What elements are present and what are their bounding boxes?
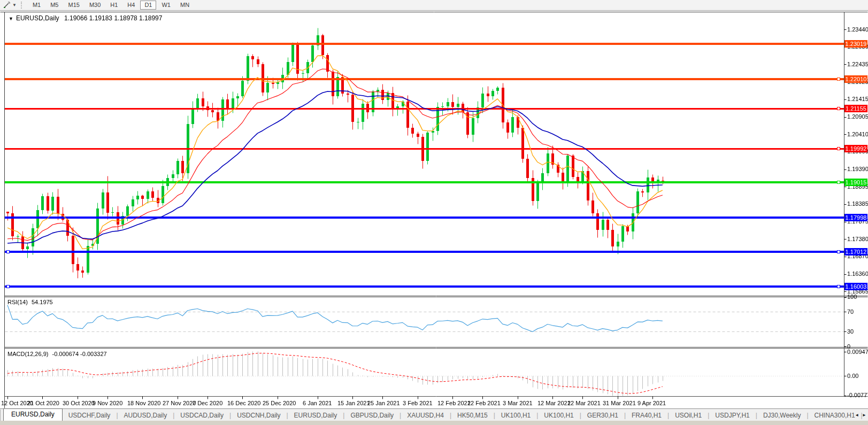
macd-name: MACD(12,26,9) [7, 351, 48, 357]
time-axis-label: 7 Dec 2020 [193, 400, 222, 406]
window-bottom-edge [0, 421, 868, 425]
timeframe-button-m5[interactable]: M5 [46, 1, 63, 10]
price-line-badge[interactable]: 1.19015 [844, 179, 867, 186]
chart-tab-eurusd-daily[interactable]: EURUSD,Daily [288, 409, 343, 421]
timeframe-button-m1[interactable]: M1 [28, 1, 45, 10]
timeframe-button-m15[interactable]: M15 [64, 1, 83, 10]
chart-tab-hk50-m15[interactable]: HK50,M15 [451, 409, 494, 421]
time-axis-label: 22 Feb 2021 [467, 400, 501, 406]
rsi-scale-label: 100 [847, 293, 857, 300]
rsi-scale-label: 70 [847, 308, 854, 315]
time-axis-label: 3 Mar 2021 [503, 400, 533, 406]
price-tick-label: 1.17380 [847, 236, 868, 242]
timeframe-button-m30[interactable]: M30 [85, 1, 105, 10]
price-line-badge[interactable]: 1.23019 [844, 40, 867, 48]
time-axis-label: 21 Oct 2020 [27, 400, 59, 406]
symbol-dropdown-icon[interactable]: ▼ [9, 16, 13, 21]
rsi-scale-label: 30 [847, 328, 854, 335]
crosshair-pencil-icon [3, 2, 11, 9]
toolbar-grip [21, 2, 24, 9]
chart-tab-bar: EURUSD,DailyUSDCHF,Daily|AUDUSD,Daily|US… [0, 408, 868, 421]
chevron-down-icon[interactable]: ▼ [12, 3, 17, 7]
price-line-badge[interactable]: 1.22010 [844, 75, 867, 83]
rsi-value: 54.1975 [32, 299, 53, 305]
chart-tab-china300-h1[interactable]: CHINA300,H1 [809, 409, 861, 421]
chart-title: ▼EURUSD,Daily 1.19066 1.19183 1.18978 1.… [9, 14, 162, 22]
chart-tab-gbpusd-daily[interactable]: GBPUSD,Daily [344, 409, 400, 421]
macd-scale-label: -0.007778 [847, 392, 868, 398]
tab-scroll-left-icon[interactable]: ◄ [855, 413, 859, 418]
time-axis-label: 15 Jan 2021 [337, 400, 370, 406]
timeframe-button-h4[interactable]: H4 [123, 1, 139, 10]
chart-cursor-tool-button[interactable]: ▼ [2, 1, 18, 9]
time-axis-label: 27 Nov 2020 [163, 400, 196, 406]
time-axis-label: 9 Apr 2021 [637, 400, 666, 406]
time-axis-label: 12 Mar 2021 [537, 400, 571, 406]
timeframe-button-h1[interactable]: H1 [106, 1, 122, 10]
price-tick-label: 1.22435 [847, 61, 868, 67]
time-axis-label: 12 Feb 2021 [437, 400, 471, 406]
tab-items: EURUSD,DailyUSDCHF,Daily|AUDUSD,Daily|US… [1, 409, 868, 421]
macd-scale-label: 0.00 [847, 373, 858, 379]
time-axis-label: 3 Feb 2021 [403, 400, 433, 406]
price-tick-label: 1.19390 [847, 166, 868, 172]
time-axis-label: 25 Jan 2021 [367, 400, 400, 406]
time-axis-label: 22 Mar 2021 [567, 400, 601, 406]
chart-tab-audusd-daily[interactable]: AUDUSD,Daily [118, 409, 173, 421]
price-chart-canvas[interactable] [0, 0, 868, 425]
price-line-badge[interactable]: 1.16003 [844, 283, 867, 290]
chart-tab-dj30-weekly[interactable]: DJ30,Weekly [757, 409, 806, 421]
chart-symbol-label: EURUSD,Daily [16, 14, 59, 22]
chart-ohlc-values: 1.19066 1.19183 1.18978 1.18997 [64, 14, 163, 22]
price-line-badge[interactable]: 1.17998 [844, 214, 867, 221]
macd-indicator-label: MACD(12,26,9) -0.000674 -0.003327 [7, 351, 107, 357]
chart-tab-xauusd-h4[interactable]: XAUUSD,H4 [401, 409, 450, 421]
chart-tab-fra40-h1[interactable]: FRA40,H1 [626, 409, 667, 421]
chart-tab-usdchf-daily[interactable]: USDCHF,Daily [63, 409, 117, 421]
tab-scroll-right-icon[interactable]: ► [862, 413, 866, 418]
rsi-name: RSI(14) [7, 299, 28, 305]
chart-tab-uk100-h1[interactable]: UK100,H1 [538, 409, 579, 421]
timeframe-toolbar: ▼ M1M5M15M30H1H4D1W1MN [0, 0, 868, 11]
time-axis-label: 6 Jan 2021 [303, 400, 332, 406]
time-axis-label: 31 Mar 2021 [603, 400, 636, 406]
price-tick-label: 1.18385 [847, 200, 868, 207]
chart-tab-eurusd-daily[interactable]: EURUSD,Daily [3, 408, 63, 421]
chart-tab-usdjpy-h1[interactable]: USDJPY,H1 [709, 409, 755, 421]
price-line-badge[interactable]: 1.17012 [844, 248, 867, 256]
time-axis-label: 16 Dec 2020 [227, 400, 260, 406]
time-axis-label: 9 Nov 2020 [93, 400, 122, 406]
time-axis-label: 25 Dec 2020 [263, 400, 296, 406]
chart-tab-usdcnh-daily[interactable]: USDCNH,Daily [231, 409, 286, 421]
time-axis-label: 30 Oct 2020 [63, 400, 95, 406]
chart-tab-ger30-h1[interactable]: GER30,H1 [581, 409, 624, 421]
chart-tab-usoil-h1[interactable]: USOil,H1 [669, 409, 708, 421]
timeframe-button-mn[interactable]: MN [176, 1, 194, 10]
macd-values: -0.000674 -0.003327 [52, 351, 106, 357]
price-line-badge[interactable]: 1.21155 [844, 105, 867, 112]
price-tick-label: 1.20905 [847, 113, 868, 120]
price-line-badge[interactable]: 1.19992 [844, 145, 867, 152]
chart-tab-usdcad-daily[interactable]: USDCAD,Daily [174, 409, 229, 421]
timeframe-button-w1[interactable]: W1 [157, 1, 175, 10]
price-tick-label: 1.16360 [847, 271, 868, 277]
price-tick-label: 1.21415 [847, 96, 868, 102]
timeframe-button-row: M1M5M15M30H1H4D1W1MN [28, 1, 194, 10]
rsi-indicator-label: RSI(14) 54.1975 [7, 299, 53, 305]
timeframe-button-d1[interactable]: D1 [140, 1, 156, 10]
time-axis-label: 18 Nov 2020 [127, 400, 160, 406]
price-tick-label: 1.23440 [847, 26, 868, 33]
price-tick-label: 1.20410 [847, 131, 868, 137]
macd-scale-label: 0.009478 [847, 349, 868, 355]
chart-tab-uk100-h1[interactable]: UK100,H1 [495, 409, 536, 421]
